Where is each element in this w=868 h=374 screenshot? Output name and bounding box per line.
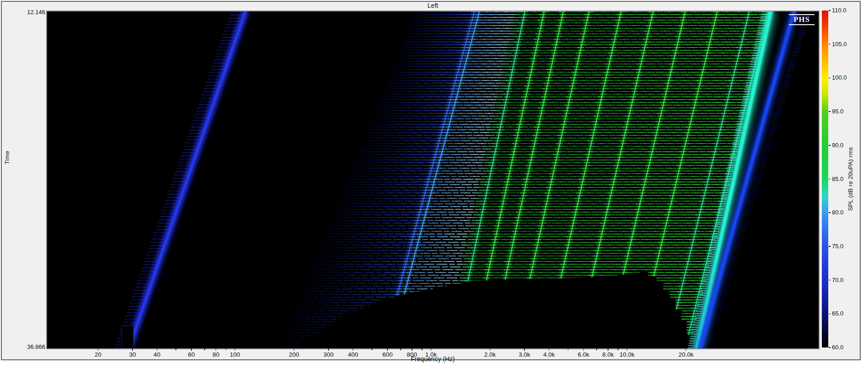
x-major-tick bbox=[328, 348, 329, 351]
x-major-tick bbox=[431, 348, 432, 351]
colorbar-tick bbox=[829, 212, 831, 213]
x-major-tick bbox=[216, 348, 217, 351]
colorbar-tick-label: 75.0 bbox=[832, 243, 843, 250]
y-axis-top-tick: 12.146 bbox=[2, 9, 45, 16]
x-major-tick bbox=[686, 348, 687, 351]
x-minor-tick bbox=[568, 348, 569, 350]
app-window: Left PHS 12.146 36.866 Time 203040608010… bbox=[0, 0, 868, 374]
spectrogram-canvas[interactable] bbox=[47, 11, 819, 348]
x-major-tick bbox=[191, 348, 192, 351]
x-minor-tick bbox=[226, 348, 227, 350]
colorbar-tick bbox=[829, 111, 831, 112]
colorbar-tick-label: 95.0 bbox=[832, 108, 843, 115]
colorbar-tick bbox=[829, 145, 831, 146]
colorbar-label: SPL (dB re 20uPA) rms bbox=[847, 147, 854, 211]
x-major-tick bbox=[157, 348, 158, 351]
colorbar-tick bbox=[829, 10, 831, 11]
colorbar-tick bbox=[829, 179, 831, 180]
colorbar-tick-label: 85.0 bbox=[832, 176, 843, 182]
x-major-tick bbox=[132, 348, 133, 351]
y-axis-bottom-tick: 36.866 bbox=[2, 343, 45, 350]
x-major-tick bbox=[583, 348, 584, 351]
y-axis-label-wrap: Time bbox=[4, 151, 13, 210]
x-major-tick bbox=[235, 348, 236, 351]
x-major-tick bbox=[98, 348, 99, 351]
colorbar-tick-label: 105.0 bbox=[832, 41, 847, 48]
x-major-tick bbox=[412, 348, 413, 351]
x-major-tick bbox=[353, 348, 354, 351]
colorbar-tick-label: 110.0 bbox=[832, 7, 847, 14]
x-minor-tick bbox=[371, 348, 372, 350]
x-minor-tick bbox=[175, 348, 176, 350]
colorbar-tick-label: 60.0 bbox=[832, 344, 843, 351]
colorbar-tick bbox=[829, 246, 831, 247]
colorbar-tick bbox=[829, 44, 831, 45]
colorbar-tick-label: 90.0 bbox=[832, 142, 843, 149]
x-major-tick bbox=[387, 348, 388, 351]
colorbar-tick bbox=[829, 280, 831, 281]
x-major-tick bbox=[294, 348, 295, 351]
colorbar-tick bbox=[829, 78, 831, 79]
x-minor-tick bbox=[422, 348, 423, 350]
y-axis-label: Time bbox=[4, 151, 11, 165]
colorbar-tick-label: 65.0 bbox=[832, 310, 843, 317]
x-major-tick bbox=[549, 348, 550, 351]
colorbar-tick-label: 70.0 bbox=[832, 277, 843, 283]
colorbar-tick-label: 80.0 bbox=[832, 209, 843, 216]
colorbar-tick bbox=[829, 347, 831, 348]
colorbar-gradient bbox=[822, 11, 828, 347]
x-major-tick bbox=[490, 348, 491, 351]
colorbar-tick bbox=[829, 314, 831, 315]
x-minor-tick bbox=[204, 348, 205, 350]
graph-title: Left bbox=[47, 2, 819, 9]
x-axis-label: Frequency (Hz) bbox=[47, 355, 819, 363]
colorbar-tick-label: 100.0 bbox=[832, 74, 847, 81]
x-major-tick bbox=[608, 348, 609, 351]
x-major-tick bbox=[627, 348, 628, 351]
x-minor-tick bbox=[618, 348, 619, 350]
phs-logo: PHS bbox=[789, 14, 815, 25]
x-minor-tick bbox=[596, 348, 597, 350]
colorbar-label-wrap: SPL (dB re 20uPA) rms bbox=[846, 11, 855, 347]
x-major-tick bbox=[524, 348, 525, 351]
x-minor-tick bbox=[400, 348, 401, 350]
